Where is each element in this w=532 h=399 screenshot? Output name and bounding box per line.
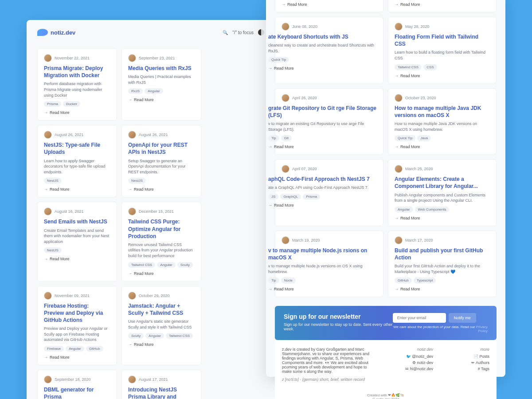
footer-link[interactable]: ✉ hi@notiz.dev [386, 367, 433, 371]
tag[interactable]: JS [268, 194, 278, 200]
post-title[interactable]: Send Emails with NestJS [44, 218, 110, 225]
read-more-link[interactable]: Read More [128, 342, 195, 347]
post-title[interactable]: v to manage multiple Node.js rsions on m… [268, 247, 377, 261]
post-title[interactable]: NestJS: Type-safe File Uploads [44, 141, 110, 156]
post-card: August 26, 2021 NestJS: Type-safe File U… [37, 125, 117, 197]
tag[interactable]: Typescript [414, 278, 436, 283]
tag[interactable]: Angular [66, 346, 84, 352]
tag[interactable]: Firebase [44, 346, 64, 352]
read-more-link[interactable]: Read More [128, 98, 195, 102]
tag[interactable]: Quick Tip [395, 135, 415, 141]
footer-link[interactable]: 📄 Posts [442, 354, 489, 359]
post-card: April 07, 2020 aphQL Code-First Approach… [275, 159, 383, 226]
email-input[interactable] [393, 313, 446, 323]
footer-link[interactable]: ⚙ notiz-dev [386, 360, 433, 365]
tag[interactable]: Git [281, 135, 292, 141]
tag[interactable]: Angular [395, 207, 413, 212]
tag[interactable]: GitHub [395, 278, 412, 283]
tag[interactable]: Scully [128, 333, 144, 339]
read-more-link[interactable]: Read More [268, 66, 377, 70]
post-title[interactable]: Tailwind CSS Purge: Optimize Angular for… [128, 218, 195, 240]
post-title[interactable]: DBML generator for Prisma [44, 386, 110, 399]
post-title[interactable]: Jamstack: Angular + Scully + Tailwind CS… [128, 302, 195, 317]
tag[interactable]: Web Components [415, 207, 450, 212]
tag[interactable]: Angular [145, 88, 163, 94]
read-more-link[interactable]: Read More [268, 203, 377, 207]
post-title[interactable]: How to manage multiple Java JDK versions… [395, 105, 490, 119]
tag[interactable]: Angular [157, 262, 176, 268]
tag[interactable]: NestJS [44, 178, 62, 184]
post-title[interactable]: Angular Elements: Create a Component Lib… [395, 176, 490, 190]
read-more-link[interactable]: Read More [395, 216, 490, 220]
avatar [282, 165, 289, 173]
post-desc: ate a GraphQL API using Code-First Appro… [268, 185, 377, 191]
tag[interactable]: Java [417, 135, 431, 141]
read-more-link[interactable]: Read More [128, 271, 195, 276]
read-more-link[interactable]: Read More [282, 2, 377, 7]
post-date: March 19, 2020 [292, 238, 320, 243]
post-desc: Remove unused Tailwind CSS utilities fro… [128, 242, 195, 259]
post-title[interactable]: Floating Form Field with Tailwind CSS [395, 33, 490, 47]
footer-about: z.dev is created by Gary Großgarten and … [282, 347, 377, 374]
post-title[interactable]: OpenApi for your REST APIs in NestJS [128, 141, 195, 156]
avatar [128, 207, 136, 215]
logo[interactable]: notiz.dev [37, 29, 75, 36]
tag[interactable]: NestJS [44, 247, 62, 253]
brand-name: notiz.dev [51, 29, 75, 36]
read-more-link[interactable]: Read More [128, 187, 195, 192]
privacy-link[interactable]: Privacy Policy [476, 325, 488, 333]
footer-link[interactable]: 🐦 @notiz_dev [386, 354, 433, 359]
post-title[interactable]: Introducing NestJS Prisma Library and Sc… [128, 386, 195, 399]
post-title[interactable]: grate Git Repository to Git rge File Sto… [268, 105, 377, 119]
avatar [44, 376, 52, 383]
post-title[interactable]: Prisma Migrate: Deploy Migration with Do… [44, 65, 110, 79]
post-date: April 07, 2020 [292, 167, 317, 171]
post-title[interactable]: aphQL Code-First Approach th NestJS 7 [268, 176, 377, 183]
read-more-link[interactable]: Read More [268, 287, 377, 291]
post-title[interactable]: Firebase Hosting: Preview and Deploy via… [44, 302, 110, 324]
tag[interactable]: GitHub [86, 346, 103, 352]
post-desc: Create Email Templates and send them wit… [44, 228, 110, 245]
tag[interactable]: Tip [268, 135, 279, 141]
tag[interactable]: CSS [423, 64, 437, 70]
tag[interactable]: Tailwind CSS [166, 333, 193, 339]
search-icon[interactable]: 🔍 [223, 30, 228, 35]
post-card: May 28, 2020 Floating Form Field with Ta… [388, 17, 497, 84]
tag[interactable]: NestJS [128, 178, 146, 184]
tag[interactable]: RxJS [128, 88, 143, 94]
tag[interactable]: Prisma [44, 101, 61, 107]
post-card: March 17, 2020 Build and publish your fi… [388, 231, 497, 297]
post-date: October 23, 2020 [405, 96, 436, 100]
tag[interactable]: Docker [63, 101, 80, 107]
tag[interactable]: Node [281, 278, 296, 283]
tag[interactable]: Tip [268, 278, 279, 283]
tag[interactable]: Angular [145, 333, 164, 339]
post-title[interactable]: ate Keyboard Shortcuts with JS [268, 33, 377, 40]
avatar [44, 207, 52, 215]
tag[interactable]: Scully [177, 262, 193, 268]
tag[interactable]: Tailwind CSS [395, 64, 422, 70]
read-more-link[interactable]: Read More [44, 355, 110, 360]
post-date: October 29, 2020 [139, 293, 170, 298]
footer-link[interactable]: # Tags [442, 367, 489, 371]
footer-link[interactable]: ✏ Authors [442, 360, 489, 365]
post-title[interactable]: Media Queries with RxJS [128, 65, 195, 72]
post-desc: Setup Swagger to generate an OpenApi doc… [128, 158, 195, 175]
tag[interactable]: Prisma [303, 194, 320, 200]
notify-button[interactable]: Notify me [449, 313, 476, 323]
read-more-link[interactable]: Read More [395, 145, 490, 149]
tag[interactable]: Quick Tip [268, 57, 289, 63]
read-more-link[interactable]: Read More [44, 110, 110, 115]
read-more-link[interactable]: Read More [395, 287, 490, 291]
post-card: March 25, 2020 Angular Elements: Create … [388, 159, 497, 226]
read-more-link[interactable]: Read More [268, 145, 377, 149]
read-more-link[interactable]: Read More [44, 257, 110, 261]
post-card: December 15, 2021 Tailwind CSS Purge: Op… [121, 202, 201, 281]
tag[interactable]: GraphQL [280, 194, 301, 200]
read-more-link[interactable]: Read More [44, 187, 110, 192]
post-title[interactable]: Build and publish your first GitHub Acti… [395, 247, 490, 261]
theme-toggle[interactable] [258, 29, 264, 35]
read-more-link[interactable]: Read More [395, 2, 490, 7]
read-more-link[interactable]: Read More [395, 74, 490, 78]
tag[interactable]: Tailwind CSS [128, 262, 155, 268]
